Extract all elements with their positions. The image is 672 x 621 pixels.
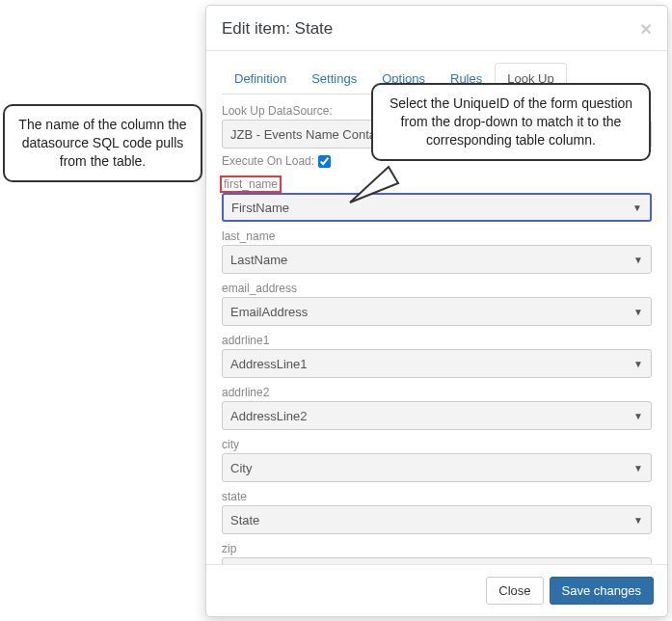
lookup-mapping-value: State (230, 513, 259, 527)
modal-footer: Close Save changes (206, 564, 667, 616)
chevron-down-icon: ▼ (633, 255, 643, 265)
callout-uniqueid: Select the UniqueID of the form question… (371, 83, 651, 161)
tab-settings[interactable]: Settings (299, 63, 369, 94)
lookup-mapping-select[interactable]: AddressLine2▼ (222, 401, 652, 430)
lookup-column-label: addrline2 (222, 382, 652, 401)
chevron-down-icon: ▼ (633, 515, 643, 526)
close-icon[interactable]: × (640, 19, 652, 39)
lookup-mapping-value: FirstName (231, 201, 289, 215)
callout-column-name: The name of the column the datasource SQ… (3, 104, 202, 182)
modal-header: Edit item: State × (206, 6, 667, 51)
lookup-field-group: cityCity▼ (222, 434, 652, 482)
svg-marker-0 (350, 167, 398, 202)
lookup-column-label: addrline1 (222, 330, 652, 349)
lookup-field-group: first_nameFirstName▼ (222, 174, 652, 222)
chevron-down-icon: ▼ (633, 463, 643, 473)
lookup-mapping-value: EmailAddress (230, 305, 308, 319)
execute-on-load-checkbox[interactable] (318, 155, 331, 168)
lookup-mapping-select[interactable]: AddressLine1▼ (222, 349, 652, 378)
execute-on-load-label: Execute On Load: (222, 154, 314, 168)
datasource-value: JZB - Events Name Contact (230, 127, 386, 142)
chevron-down-icon: ▼ (633, 359, 643, 369)
lookup-mapping-select[interactable]: ZipCode▼ (222, 557, 652, 564)
lookup-column-label: city (222, 434, 652, 453)
lookup-fields: first_nameFirstName▼last_nameLastName▼em… (222, 174, 652, 564)
lookup-mapping-select[interactable]: LastName▼ (222, 245, 652, 274)
chevron-down-icon: ▼ (633, 411, 643, 421)
lookup-column-label: email_address (222, 278, 652, 297)
lookup-column-label: first_name (222, 174, 652, 193)
lookup-field-group: last_nameLastName▼ (222, 226, 652, 274)
lookup-mapping-select[interactable]: EmailAddress▼ (222, 297, 652, 326)
lookup-mapping-value: City (230, 461, 252, 475)
lookup-mapping-select[interactable]: FirstName▼ (222, 193, 652, 222)
chevron-down-icon: ▼ (632, 202, 642, 213)
lookup-field-group: addrline2AddressLine2▼ (222, 382, 652, 430)
close-button[interactable]: Close (486, 577, 543, 605)
lookup-field-group: zipZipCode▼ (222, 538, 652, 564)
lookup-column-label: first_name (222, 177, 280, 191)
chevron-down-icon: ▼ (633, 307, 643, 317)
lookup-column-label: state (222, 486, 652, 505)
lookup-field-group: email_addressEmailAddress▼ (222, 278, 652, 326)
lookup-mapping-value: LastName (230, 253, 287, 267)
save-changes-button[interactable]: Save changes (550, 577, 654, 605)
lookup-mapping-value: AddressLine2 (230, 409, 308, 423)
lookup-field-group: addrline1AddressLine1▼ (222, 330, 652, 378)
modal-title: Edit item: State (222, 19, 333, 39)
callout-pointer-icon (345, 164, 403, 212)
lookup-mapping-value: AddressLine1 (230, 357, 308, 371)
lookup-column-label: last_name (222, 226, 652, 245)
lookup-column-label: zip (222, 538, 652, 557)
lookup-mapping-select[interactable]: City▼ (222, 453, 652, 482)
lookup-field-group: stateState▼ (222, 486, 652, 534)
tab-definition[interactable]: Definition (222, 63, 299, 94)
lookup-mapping-select[interactable]: State▼ (222, 505, 652, 534)
